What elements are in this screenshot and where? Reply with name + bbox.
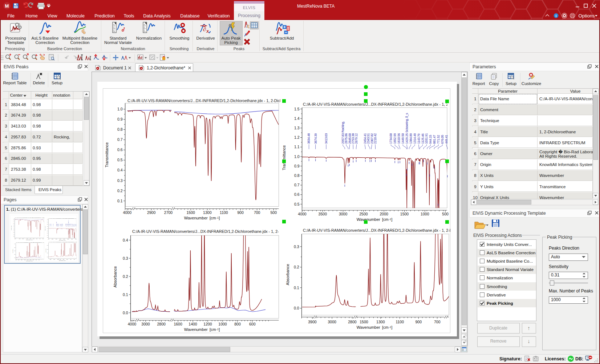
svg-text:900: 900 — [237, 210, 244, 215]
svg-text:700: 700 — [434, 320, 441, 324]
svg-text:1429.25 Scissoring, δ_s: 1429.25 Scissoring, δ_s — [405, 113, 409, 144]
svg-text:1384.89: 1384.89 — [409, 133, 413, 144]
svg-text:x: x — [206, 28, 209, 34]
svg-text:0.7: 0.7 — [294, 183, 300, 187]
svg-text:1.5: 1.5 — [294, 107, 300, 111]
svg-text:0.3: 0.3 — [117, 178, 123, 183]
svg-text:3000: 3000 — [328, 320, 337, 324]
svg-text:Transmittance: Transmittance — [282, 145, 286, 170]
svg-text:449.41: 449.41 — [445, 135, 448, 144]
svg-text:Transmittance: Transmittance — [105, 142, 109, 167]
svg-text:0.5: 0.5 — [294, 202, 300, 206]
svg-text:1400: 1400 — [188, 322, 197, 326]
svg-text:881.47: 881.47 — [433, 135, 436, 144]
svg-text:500: 500 — [442, 212, 449, 216]
svg-text:M: M — [5, 3, 9, 9]
svg-text:2210.42: 2210.42 — [373, 133, 377, 144]
svg-text:0.9: 0.9 — [294, 164, 300, 168]
svg-text:0.6: 0.6 — [117, 147, 123, 152]
svg-text:600: 600 — [249, 322, 256, 326]
svg-text:1610.56: 1610.56 — [397, 133, 401, 144]
svg-text:∂: ∂ — [203, 26, 206, 33]
svg-text:1.3: 1.3 — [294, 126, 300, 130]
svg-text:2454.41: 2454.41 — [363, 133, 367, 144]
svg-text:0.4: 0.4 — [117, 168, 123, 172]
svg-text:3500: 3500 — [319, 212, 327, 216]
svg-text:1652.99: 1652.99 — [393, 133, 397, 144]
svg-text:1200: 1200 — [203, 322, 212, 326]
svg-text:1.0: 1.0 — [117, 107, 123, 111]
svg-text:771.52: 771.52 — [437, 135, 440, 144]
svg-text:1500: 1500 — [400, 212, 409, 216]
svg-text:1314.49: 1314.49 — [413, 133, 417, 144]
svg-text:2000: 2000 — [380, 212, 389, 216]
svg-text:1000: 1000 — [421, 212, 429, 216]
svg-text:0.7: 0.7 — [117, 137, 123, 142]
svg-text:2679.12: 2679.12 — [354, 133, 358, 144]
svg-text:Options: Options — [579, 13, 595, 19]
svg-text:2307.82: 2307.82 — [370, 133, 374, 144]
svg-text:1300: 1300 — [203, 210, 212, 215]
svg-text:800: 800 — [234, 322, 241, 326]
svg-text:1100: 1100 — [396, 320, 404, 324]
svg-text:1600: 1600 — [174, 322, 182, 326]
svg-text:C:/A-IR-UV-VIS-RAMAN/converter: C:/A-IR-UV-VIS-RAMAN/converters/J...DX-I… — [127, 98, 307, 103]
svg-text:1100: 1100 — [220, 210, 228, 215]
svg-text:1500: 1500 — [187, 210, 195, 215]
svg-text:0.1: 0.1 — [123, 292, 128, 297]
svg-text:3000: 3000 — [141, 322, 150, 326]
svg-text:3900: 3900 — [308, 320, 317, 324]
svg-text:1.0: 1.0 — [294, 154, 300, 159]
svg-text:0.2: 0.2 — [294, 265, 299, 269]
svg-text:0.0: 0.0 — [123, 311, 128, 315]
svg-text:3834.48: 3834.48 — [307, 133, 311, 144]
svg-text:2700: 2700 — [164, 210, 173, 215]
svg-text:0.9: 0.9 — [117, 117, 123, 121]
svg-text:0.0: 0.0 — [294, 306, 299, 310]
svg-text:1300: 1300 — [376, 320, 385, 324]
svg-text:3000: 3000 — [339, 212, 348, 216]
svg-text:0.4: 0.4 — [123, 238, 128, 242]
svg-text:4000: 4000 — [298, 212, 307, 216]
svg-text:944.15: 944.15 — [429, 135, 432, 144]
svg-text:0.6: 0.6 — [294, 192, 300, 197]
svg-text:1031.91: 1031.91 — [425, 133, 428, 144]
svg-text:i: i — [556, 14, 557, 18]
svg-text:0.3: 0.3 — [123, 256, 128, 260]
svg-text:3674.39: 3674.39 — [314, 133, 317, 144]
svg-text:0.8: 0.8 — [294, 173, 300, 178]
svg-text:Wavenumber [cm -1]: Wavenumber [cm -1] — [357, 217, 393, 222]
svg-text:2800: 2800 — [348, 320, 357, 324]
svg-text:500: 500 — [271, 210, 277, 215]
svg-text:3413.03: 3413.03 — [324, 133, 328, 144]
svg-text:4000: 4000 — [128, 322, 137, 326]
svg-text:1.1: 1.1 — [294, 145, 300, 149]
svg-text:2343.51: 2343.51 — [366, 133, 370, 144]
svg-text:Wavenumber [cm -1]: Wavenumber [cm -1] — [184, 327, 220, 332]
svg-text:1143.79: 1143.79 — [417, 133, 421, 144]
svg-text:0.8: 0.8 — [117, 127, 123, 132]
svg-text:Wavenumber [cm -1]: Wavenumber [cm -1] — [184, 216, 220, 220]
svg-text:0.5: 0.5 — [117, 158, 123, 162]
svg-text:Absorbance: Absorbance — [286, 264, 290, 285]
svg-text:Absorbance: Absorbance — [113, 266, 118, 288]
svg-text:0.3: 0.3 — [294, 244, 299, 249]
svg-text:1500: 1500 — [360, 320, 368, 324]
svg-text:2800: 2800 — [157, 322, 166, 326]
svg-text:1000: 1000 — [218, 322, 227, 326]
svg-text:0.2: 0.2 — [117, 189, 123, 193]
svg-text:2500: 2500 — [359, 212, 368, 216]
svg-text:2900: 2900 — [147, 210, 156, 215]
svg-text:1734.00: 1734.00 — [389, 133, 393, 144]
svg-text:0.2: 0.2 — [123, 274, 128, 279]
svg-text:0.1: 0.1 — [294, 286, 299, 290]
svg-text:4000: 4000 — [123, 210, 132, 215]
svg-text:1125.46: 1125.46 — [421, 133, 425, 144]
svg-text:1.2: 1.2 — [294, 135, 300, 139]
svg-text:Wavenumber [cm -1]: Wavenumber [cm -1] — [357, 325, 393, 329]
svg-text:900: 900 — [415, 320, 422, 324]
svg-text:0.1: 0.1 — [117, 199, 123, 203]
svg-text:700: 700 — [254, 210, 260, 215]
svg-text:676.05: 676.05 — [441, 135, 444, 144]
svg-text:1.4: 1.4 — [294, 116, 300, 121]
